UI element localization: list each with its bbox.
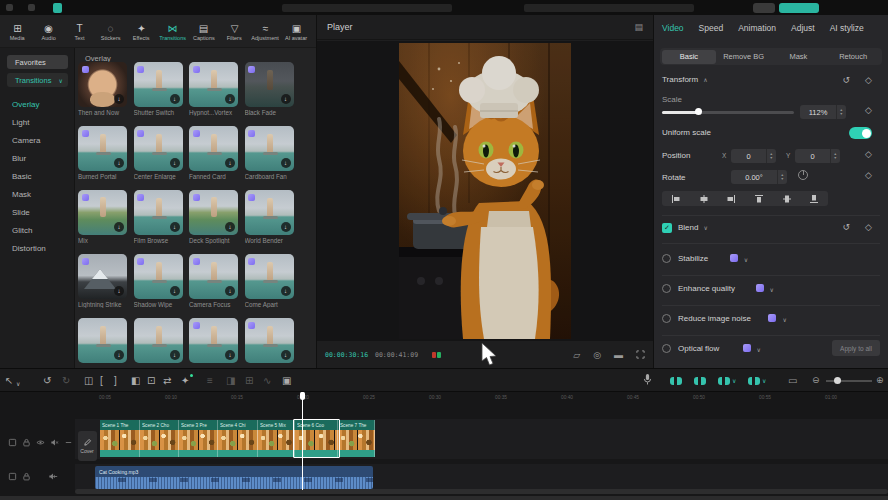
snap-icon[interactable] <box>748 377 760 385</box>
microphone-icon[interactable] <box>642 373 653 389</box>
lock-track-icon[interactable] <box>22 438 31 447</box>
sidebar-item-basic[interactable]: Basic <box>0 167 75 185</box>
quality-icon[interactable]: ▬ <box>614 350 623 360</box>
sidebar-item-glitch[interactable]: Glitch <box>0 221 75 239</box>
freeze-frame-icon[interactable]: ≡ <box>207 374 213 387</box>
sidebar-item-distortion[interactable]: Distortion <box>0 239 75 257</box>
library-item-black-fade[interactable]: ↓Black Fade <box>245 62 294 119</box>
playhead-handle[interactable] <box>300 392 305 400</box>
home-icon[interactable] <box>28 4 35 11</box>
mark-icon[interactable]: ⊞ <box>245 374 253 387</box>
library-item-item[interactable]: ↓ <box>189 318 238 368</box>
ratio-icon[interactable]: ▱ <box>573 350 580 360</box>
toolbar-item-media[interactable]: ⊞Media <box>2 17 33 47</box>
collapse-track-icon[interactable] <box>50 472 59 481</box>
panel-layout-icon[interactable]: ▤ <box>634 22 643 32</box>
zoom-slider-track[interactable] <box>826 380 872 382</box>
rotate-value-box[interactable]: 0.00° ▲▼ <box>731 170 787 184</box>
sidebar-item-camera[interactable]: Camera <box>0 131 75 149</box>
transitions-dropdown[interactable]: Transitions∨ <box>7 73 68 87</box>
position-y-box[interactable]: 0 ▲▼ <box>795 149 840 163</box>
toolbar-item-transitions[interactable]: ⋈Transitions <box>157 17 188 47</box>
split-tool-icon[interactable]: ◫ <box>84 374 93 387</box>
toolbar-item-captions[interactable]: ▤Captions <box>188 17 219 47</box>
library-item-camera-focus[interactable]: ↓Camera Focus <box>189 254 238 311</box>
library-item-shadow-wipe[interactable]: ↓Shadow Wipe <box>134 254 183 311</box>
extract-audio-icon[interactable]: ◨ <box>226 374 235 387</box>
video-preview[interactable] <box>399 43 571 339</box>
transform-section-label[interactable]: Transform∧ <box>662 75 708 84</box>
project-name-field[interactable] <box>282 4 452 12</box>
tab-animation[interactable]: Animation <box>738 23 776 33</box>
scale-stepper[interactable]: ▲▼ <box>836 105 846 119</box>
timeline-clip-scene-5-mix[interactable]: Scene 5 Mix <box>258 420 295 457</box>
menu-icon[interactable] <box>6 4 13 11</box>
record-icon[interactable]: ▣ <box>282 374 291 387</box>
keyframe-tool-icon[interactable] <box>718 377 730 385</box>
library-item-then-and-now[interactable]: ↓Then and Now <box>78 62 127 119</box>
align-right-icon[interactable] <box>717 191 745 206</box>
library-item-item[interactable]: ↓ <box>245 318 294 368</box>
delete-right-icon[interactable]: ] <box>114 374 117 387</box>
select-tool-dropdown-icon[interactable]: ∨ <box>16 378 20 391</box>
feature-row-stabilize[interactable]: Stabilize∨ <box>654 251 888 267</box>
library-item-lightning-strike[interactable]: ↓Lightning Strike <box>78 254 127 311</box>
favorites-button[interactable]: Favorites <box>7 55 68 69</box>
library-item-film-browse[interactable]: ↓Film Browse <box>134 190 183 247</box>
export-button[interactable] <box>779 3 819 13</box>
beat-icon[interactable]: ∿ <box>263 374 271 387</box>
zoom-out-icon[interactable]: ⊖ <box>812 374 820 387</box>
tab-adjust[interactable]: Adjust <box>791 23 815 33</box>
titlebar-button[interactable] <box>753 3 775 13</box>
blend-label[interactable]: Blend∨ <box>678 223 708 232</box>
align-middle-icon[interactable] <box>773 191 801 206</box>
apply-to-all-button[interactable]: Apply to all <box>832 340 880 356</box>
preview-axis-icon[interactable]: ▭ <box>788 374 797 387</box>
timeline-clip-scene-7-the[interactable]: Scene 7 The <box>338 420 375 457</box>
scale-value-box[interactable]: 112% ▲▼ <box>800 105 846 119</box>
sidebar-item-slide[interactable]: Slide <box>0 203 75 221</box>
motion-icon[interactable]: ◎ <box>593 350 601 360</box>
toolbar-item-effects[interactable]: ✦Effects <box>126 17 157 47</box>
align-top-icon[interactable] <box>745 191 773 206</box>
toolbar-item-filters[interactable]: ▽Filters <box>219 17 250 47</box>
select-tool-icon[interactable]: ↖ <box>5 374 13 387</box>
library-item-burned-portal[interactable]: ↓Burned Portal <box>78 126 127 183</box>
feature-row-enhance-quality[interactable]: Enhance quality∨ <box>654 281 888 297</box>
tab-video[interactable]: Video <box>662 23 684 33</box>
align-center-h-icon[interactable] <box>690 191 718 206</box>
library-item-item[interactable]: ↓ <box>134 318 183 368</box>
library-item-center-enlarge[interactable]: ↓Center Enlarge <box>134 126 183 183</box>
playhead-line[interactable] <box>302 392 303 490</box>
track-type-icon[interactable] <box>8 438 17 447</box>
mute-track-icon[interactable] <box>50 438 59 447</box>
toolbar-item-ai-avatar[interactable]: ▣AI avatar <box>281 17 312 47</box>
subtab-retouch[interactable]: Retouch <box>826 50 881 64</box>
timeline-clip-scene-3-pre[interactable]: Scene 3 Pre <box>179 420 218 457</box>
timeline-clip-scene-1-the[interactable]: Scene 1 The <box>100 420 140 457</box>
tab-speed[interactable]: Speed <box>699 23 724 33</box>
toolbar-item-stickers[interactable]: ◌Stickers <box>95 17 126 47</box>
rotate-dial[interactable] <box>798 170 808 180</box>
loop-icon[interactable]: ⇄ <box>163 374 171 387</box>
timeline-scrollbar[interactable] <box>75 489 888 494</box>
fullscreen-icon[interactable] <box>636 350 645 359</box>
feature-row-reduce-image-noise[interactable]: Reduce image noise∨ <box>654 311 888 327</box>
smart-tools-icon[interactable]: ✦ <box>181 374 189 387</box>
blend-reset-icon[interactable]: ↺ <box>842 222 850 232</box>
blend-checkbox[interactable]: ✓ <box>662 223 672 233</box>
timeline-clip-scene-2-cho[interactable]: Scene 2 Cho <box>140 420 180 457</box>
cover-button[interactable]: Cover <box>78 431 97 461</box>
auto-ripple-icon[interactable] <box>670 377 682 385</box>
library-item-come-apart[interactable]: ↓Come Apart <box>245 254 294 311</box>
align-left-icon[interactable] <box>662 191 690 206</box>
library-item-shutter-switch[interactable]: ↓Shutter Switch <box>134 62 183 119</box>
track-type-icon[interactable] <box>8 472 17 481</box>
sidebar-item-light[interactable]: Light <box>0 113 75 131</box>
blend-keyframe-icon[interactable]: ◇ <box>865 222 872 232</box>
toolbar-item-adjustment[interactable]: ≈Adjustment <box>250 17 281 47</box>
library-item-fanned-card[interactable]: ↓Fanned Card <box>189 126 238 183</box>
scale-slider[interactable] <box>662 108 794 116</box>
subtab-remove-bg[interactable]: Remove BG <box>716 50 771 64</box>
mirror-icon[interactable]: ◧ <box>131 374 140 387</box>
